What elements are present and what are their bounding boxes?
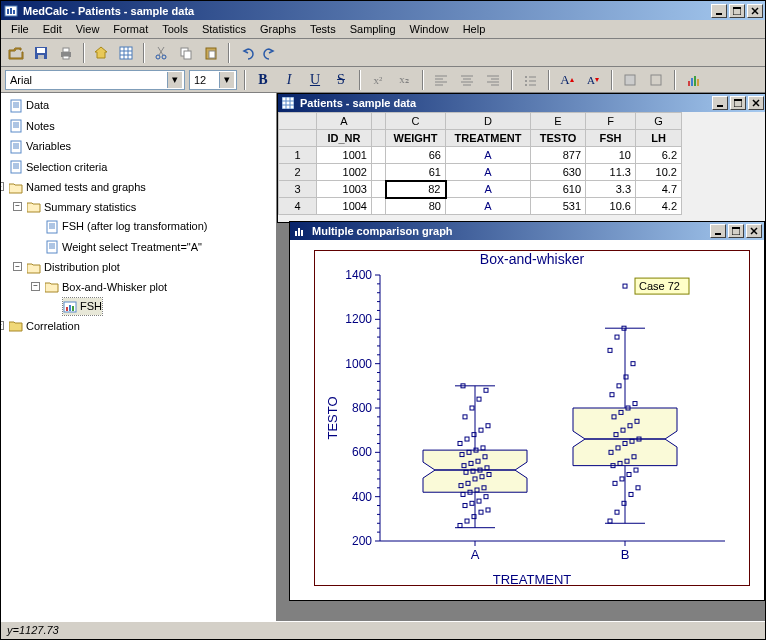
minimize-button[interactable] [710, 224, 726, 238]
menu-file[interactable]: File [5, 21, 35, 37]
menu-help[interactable]: Help [457, 21, 492, 37]
chart-window-title: Multiple comparison graph [312, 225, 710, 237]
svg-rect-182 [463, 415, 467, 419]
document-icon [9, 160, 23, 174]
tree-item[interactable]: FSH (after log transformation) [45, 218, 208, 235]
save-button[interactable] [30, 42, 52, 64]
bold-button[interactable]: B [252, 69, 274, 91]
tree-item[interactable]: Box-and-Whisker plot [45, 279, 167, 296]
svg-rect-223 [615, 335, 619, 339]
box1-button[interactable] [619, 69, 641, 91]
copy-button[interactable] [175, 42, 197, 64]
svg-rect-15 [120, 47, 132, 59]
increase-font-button[interactable]: A▴ [556, 69, 578, 91]
tree-item[interactable]: Notes [9, 118, 55, 135]
menu-view[interactable]: View [70, 21, 106, 37]
tree-item[interactable]: FSH [63, 298, 102, 315]
maximize-button[interactable] [730, 96, 746, 110]
tree-panel[interactable]: DataNotesVariablesSelection criteria−Nam… [1, 93, 277, 621]
menu-tests[interactable]: Tests [304, 21, 342, 37]
box2-button[interactable] [645, 69, 667, 91]
strike-button[interactable]: S [330, 69, 352, 91]
tree-item[interactable]: Weight select Treatment="A" [45, 239, 202, 256]
document-icon [9, 99, 23, 113]
maximize-button[interactable] [729, 4, 745, 18]
menu-edit[interactable]: Edit [37, 21, 68, 37]
undo-button[interactable] [235, 42, 257, 64]
folder-icon [9, 319, 23, 333]
menu-graphs[interactable]: Graphs [254, 21, 302, 37]
svg-text:A: A [471, 547, 480, 562]
svg-rect-221 [631, 362, 635, 366]
tree-label: Correlation [26, 318, 80, 335]
tree-item[interactable]: Selection criteria [9, 159, 107, 176]
italic-button[interactable]: I [278, 69, 300, 91]
svg-rect-80 [282, 97, 294, 109]
chart-window[interactable]: Multiple comparison graph Box-and-whiske… [289, 221, 765, 601]
paste-button[interactable] [200, 42, 222, 64]
svg-rect-225 [623, 284, 627, 288]
tree-toggle[interactable]: − [13, 262, 22, 271]
data-window[interactable]: Patients - sample data ACDEFGID_NRWEIGHT… [277, 93, 765, 223]
open-button[interactable] [5, 42, 27, 64]
svg-rect-177 [458, 441, 462, 445]
tree-toggle[interactable]: − [13, 202, 22, 211]
chart-button[interactable] [682, 69, 704, 91]
minimize-button[interactable] [712, 96, 728, 110]
close-button[interactable] [746, 224, 762, 238]
tree-toggle[interactable]: + [1, 321, 4, 330]
tree-toggle[interactable]: − [1, 182, 4, 191]
tree-item[interactable]: Distribution plot [27, 259, 120, 276]
tree-toggle[interactable]: − [31, 282, 40, 291]
home-button[interactable] [90, 42, 112, 64]
align-left-button[interactable] [430, 69, 452, 91]
subscript-button[interactable]: x₂ [393, 69, 415, 91]
menu-sampling[interactable]: Sampling [344, 21, 402, 37]
menu-statistics[interactable]: Statistics [196, 21, 252, 37]
menu-tools[interactable]: Tools [156, 21, 194, 37]
tree-label: Distribution plot [44, 259, 120, 276]
tree-item[interactable]: Data [9, 97, 49, 114]
align-right-button[interactable] [482, 69, 504, 91]
font-combo[interactable]: Arial ▾ [5, 70, 185, 90]
cut-button[interactable] [150, 42, 172, 64]
svg-rect-47 [651, 75, 661, 85]
grid-button[interactable] [115, 42, 137, 64]
redo-button[interactable] [260, 42, 282, 64]
decrease-font-button[interactable]: A▾ [582, 69, 604, 91]
align-center-button[interactable] [456, 69, 478, 91]
svg-text:1200: 1200 [345, 312, 372, 326]
svg-rect-151 [486, 508, 490, 512]
document-icon [45, 240, 59, 254]
folder-icon [45, 280, 59, 294]
document-icon [45, 220, 59, 234]
superscript-button[interactable]: x² [367, 69, 389, 91]
main-toolbar [1, 39, 765, 67]
tree-item[interactable]: Summary statistics [27, 199, 136, 216]
svg-rect-51 [697, 79, 699, 86]
menu-format[interactable]: Format [107, 21, 154, 37]
underline-button[interactable]: U [304, 69, 326, 91]
tree-label: FSH [80, 298, 102, 315]
svg-rect-49 [691, 78, 693, 86]
menu-window[interactable]: Window [404, 21, 455, 37]
svg-text:400: 400 [352, 490, 372, 504]
tree-item[interactable]: Named tests and graphs [9, 179, 146, 196]
tree-label: Variables [26, 138, 71, 155]
fontsize-combo[interactable]: 12 ▾ [189, 70, 237, 90]
svg-rect-184 [477, 397, 481, 401]
close-button[interactable] [747, 4, 763, 18]
print-button[interactable] [55, 42, 77, 64]
data-grid[interactable]: ACDEFGID_NRWEIGHTTREATMENTTESTOFSHLH1100… [278, 112, 765, 222]
tree-item[interactable]: Correlation [9, 318, 80, 335]
bullets-button[interactable] [519, 69, 541, 91]
statusbar: y=1127.73 [1, 621, 765, 639]
svg-point-44 [525, 84, 527, 86]
mdi-area: Patients - sample data ACDEFGID_NRWEIGHT… [277, 93, 765, 621]
close-button[interactable] [748, 96, 764, 110]
svg-rect-50 [694, 76, 696, 86]
tree-item[interactable]: Variables [9, 138, 71, 155]
maximize-button[interactable] [728, 224, 744, 238]
minimize-button[interactable] [711, 4, 727, 18]
svg-rect-181 [486, 424, 490, 428]
